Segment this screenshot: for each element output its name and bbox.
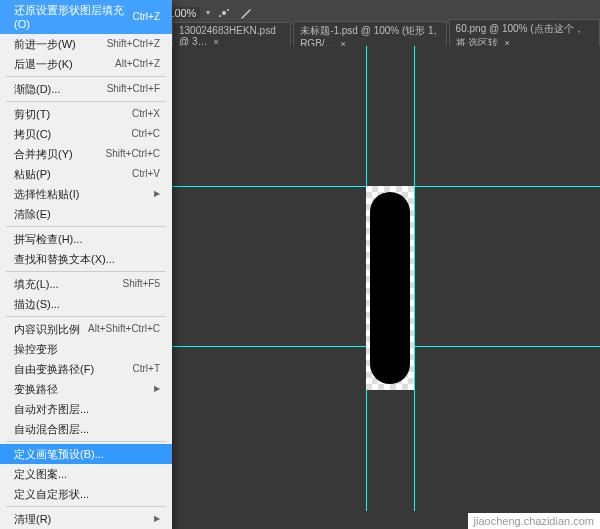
menu-item-label: 定义图案...: [14, 467, 67, 481]
menu-item-shortcut: Shift+F5: [122, 277, 160, 291]
menu-item-label: 填充(L)...: [14, 277, 59, 291]
menu-item-label: 清理(R): [14, 512, 51, 526]
edit-menu: 还原设置形状图层填充(O)Ctrl+Z前进一步(W)Shift+Ctrl+Z后退…: [0, 0, 172, 529]
menu-separator: [6, 441, 166, 442]
chevron-right-icon: ▶: [154, 512, 160, 526]
menu-item-label: 自由变换路径(F): [14, 362, 94, 376]
menu-item-label: 粘贴(P): [14, 167, 51, 181]
pressure-size-icon[interactable]: [238, 5, 254, 21]
menu-item[interactable]: 渐隐(D)...Shift+Ctrl+F: [0, 79, 172, 99]
chevron-right-icon: ▶: [154, 187, 160, 201]
document-tab[interactable]: 130024683HEKN.psd @ 3…×: [172, 22, 291, 49]
menu-item[interactable]: 自动混合图层...: [0, 419, 172, 439]
menu-item[interactable]: 自由变换路径(F)Ctrl+T: [0, 359, 172, 379]
svg-point-1: [227, 9, 229, 11]
guide-vertical[interactable]: [414, 46, 415, 511]
menu-item[interactable]: 查找和替换文本(X)...: [0, 249, 172, 269]
menu-item-label: 拷贝(C): [14, 127, 51, 141]
menu-item[interactable]: 内容识别比例Alt+Shift+Ctrl+C: [0, 319, 172, 339]
menu-item[interactable]: 清除(E): [0, 204, 172, 224]
menu-item-label: 合并拷贝(Y): [14, 147, 73, 161]
tab-title: 60.png @ 100% (点击这个，将 选区转: [456, 23, 584, 48]
menu-item[interactable]: 前进一步(W)Shift+Ctrl+Z: [0, 34, 172, 54]
svg-point-2: [219, 15, 221, 17]
menu-item[interactable]: 选择性粘贴(I)▶: [0, 184, 172, 204]
menu-item[interactable]: 拷贝(C)Ctrl+C: [0, 124, 172, 144]
airbrush-icon[interactable]: [216, 5, 232, 21]
menu-separator: [6, 76, 166, 77]
menu-item-shortcut: Ctrl+V: [132, 167, 160, 181]
menu-item[interactable]: 还原设置形状图层填充(O)Ctrl+Z: [0, 0, 172, 34]
menu-item-label: 操控变形: [14, 342, 58, 356]
menu-item[interactable]: 后退一步(K)Alt+Ctrl+Z: [0, 54, 172, 74]
menu-item-shortcut: Ctrl+X: [132, 107, 160, 121]
menu-item-shortcut: Ctrl+T: [133, 362, 161, 376]
menu-item-shortcut: Shift+Ctrl+C: [106, 147, 160, 161]
menu-item[interactable]: 合并拷贝(Y)Shift+Ctrl+C: [0, 144, 172, 164]
shape-rounded-rect[interactable]: [370, 192, 410, 384]
menu-item-label: 自动对齐图层...: [14, 402, 89, 416]
menu-item-label: 变换路径: [14, 382, 58, 396]
menu-item-shortcut: Shift+Ctrl+F: [107, 82, 160, 96]
menu-item-label: 还原设置形状图层填充(O): [14, 3, 133, 31]
menu-item-shortcut: Ctrl+C: [131, 127, 160, 141]
menu-separator: [6, 271, 166, 272]
menu-separator: [6, 316, 166, 317]
canvas-document[interactable]: [366, 186, 414, 390]
chevron-right-icon: ▶: [154, 382, 160, 396]
canvas-area[interactable]: [172, 46, 600, 511]
chevron-down-icon[interactable]: ▾: [206, 8, 210, 17]
menu-item[interactable]: 填充(L)...Shift+F5: [0, 274, 172, 294]
watermark-text: jiaocheng.chazidian.com: [468, 513, 600, 529]
menu-item-label: 定义自定形状...: [14, 487, 89, 501]
menu-item-shortcut: Shift+Ctrl+Z: [107, 37, 160, 51]
menu-item[interactable]: 拼写检查(H)...: [0, 229, 172, 249]
menu-item[interactable]: 粘贴(P)Ctrl+V: [0, 164, 172, 184]
menu-item-label: 内容识别比例: [14, 322, 80, 336]
menu-item-label: 自动混合图层...: [14, 422, 89, 436]
menu-item-label: 描边(S)...: [14, 297, 60, 311]
menu-item-label: 后退一步(K): [14, 57, 73, 71]
menu-item[interactable]: 清理(R)▶: [0, 509, 172, 529]
menu-item[interactable]: 定义图案...: [0, 464, 172, 484]
menu-item[interactable]: 定义画笔预设(B)...: [0, 444, 172, 464]
menu-item[interactable]: 操控变形: [0, 339, 172, 359]
tab-title: 未标题-1.psd @ 100% (矩形 1, RGB/…: [300, 25, 436, 49]
menu-item[interactable]: 定义自定形状...: [0, 484, 172, 504]
menu-item-label: 剪切(T): [14, 107, 50, 121]
menu-item-label: 选择性粘贴(I): [14, 187, 79, 201]
menu-item-label: 前进一步(W): [14, 37, 76, 51]
tab-title: 130024683HEKN.psd @ 3…: [179, 25, 276, 47]
menu-item[interactable]: 剪切(T)Ctrl+X: [0, 104, 172, 124]
menu-separator: [6, 226, 166, 227]
menu-item-label: 定义画笔预设(B)...: [14, 447, 104, 461]
menu-item-shortcut: Alt+Ctrl+Z: [115, 57, 160, 71]
menu-item[interactable]: 描边(S)...: [0, 294, 172, 314]
menu-separator: [6, 101, 166, 102]
menu-item-label: 拼写检查(H)...: [14, 232, 82, 246]
menu-item[interactable]: 自动对齐图层...: [0, 399, 172, 419]
menu-item-label: 渐隐(D)...: [14, 82, 60, 96]
menu-item-label: 清除(E): [14, 207, 51, 221]
menu-item-shortcut: Alt+Shift+Ctrl+C: [88, 322, 160, 336]
menu-item[interactable]: 变换路径▶: [0, 379, 172, 399]
menu-item-label: 查找和替换文本(X)...: [14, 252, 115, 266]
svg-point-0: [222, 11, 226, 15]
menu-item-shortcut: Ctrl+Z: [133, 10, 161, 24]
menu-separator: [6, 506, 166, 507]
